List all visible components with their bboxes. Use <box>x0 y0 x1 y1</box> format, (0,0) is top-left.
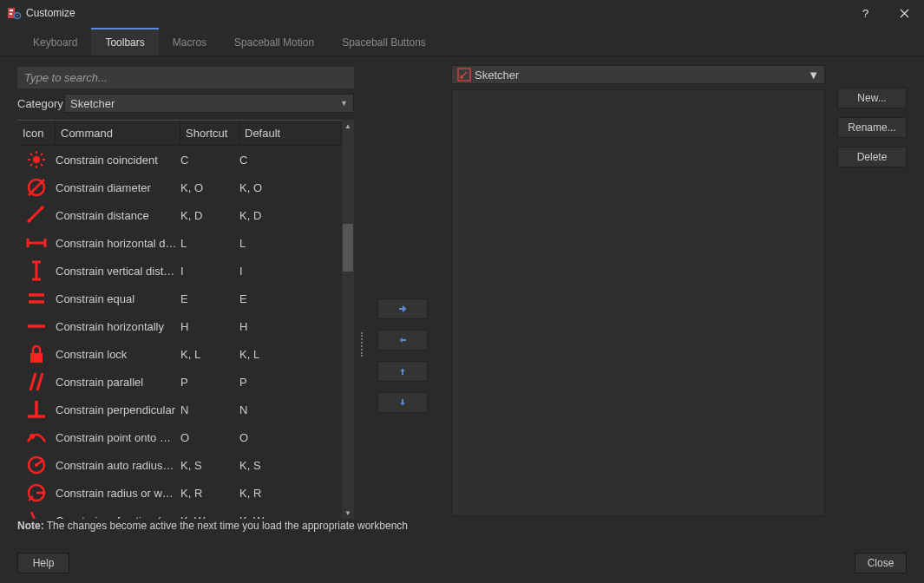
move-up-button[interactable] <box>377 361 428 382</box>
constraint-icon <box>17 454 56 476</box>
toolbar-select[interactable]: Sketcher ▼ <box>451 65 825 84</box>
command-cell: Constrain perpendicular <box>56 403 180 416</box>
shortcut-cell: L <box>180 237 239 250</box>
svg-rect-2 <box>10 13 12 15</box>
default-cell: I <box>239 265 342 278</box>
category-select[interactable]: Sketcher ▼ <box>64 94 354 113</box>
chevron-down-icon: ▼ <box>808 69 819 82</box>
default-cell: H <box>239 320 342 333</box>
table-row[interactable]: Constrain diameterK, OK, O <box>17 174 342 201</box>
scroll-up-icon[interactable]: ▲ <box>342 120 354 132</box>
constraint-icon <box>17 259 56 282</box>
help-button[interactable]: Help <box>17 553 69 573</box>
svg-point-4 <box>16 15 18 16</box>
close-button[interactable]: Close <box>855 553 907 573</box>
constraint-icon <box>17 426 56 449</box>
shortcut-cell: P <box>180 376 239 389</box>
command-cell: Constrain lock <box>56 348 180 361</box>
default-cell: K, W <box>239 514 342 520</box>
default-cell: O <box>239 431 342 444</box>
category-value: Sketcher <box>70 97 115 110</box>
command-cell: Constrain point onto ob... <box>56 431 180 444</box>
table-row[interactable]: Constrain vertical distanceII <box>17 257 342 285</box>
table-row[interactable]: Constrain horizontal dist...LL <box>17 229 342 257</box>
constraint-icon <box>17 204 56 226</box>
scroll-down-icon[interactable]: ▼ <box>342 507 354 519</box>
svg-rect-1 <box>10 10 13 11</box>
default-cell: K, O <box>239 181 342 194</box>
shortcut-cell: K, R <box>180 487 239 500</box>
shortcut-cell: I <box>180 265 239 278</box>
delete-button[interactable]: Delete <box>837 147 907 167</box>
scrollbar[interactable]: ▲ ▼ <box>342 120 354 519</box>
constraint-icon <box>17 287 56 310</box>
shortcut-cell: E <box>180 292 239 305</box>
col-command[interactable]: Command <box>56 121 180 145</box>
command-cell: Constrain distance <box>56 209 180 222</box>
constraint-icon <box>17 398 56 421</box>
command-cell: Constrain radius or weight <box>56 487 180 500</box>
command-cell: Constrain horizontal dist... <box>56 237 180 250</box>
command-cell: Constrain coincident <box>56 154 180 167</box>
shortcut-cell: K, D <box>180 209 239 222</box>
shortcut-cell: C <box>180 154 239 167</box>
table-row[interactable]: Constrain equalEE <box>17 285 342 312</box>
tab-bar: Keyboard Toolbars Macros Spaceball Motio… <box>0 26 924 56</box>
table-row[interactable]: Constrain auto radius/di...K, SK, S <box>17 451 342 479</box>
table-row[interactable]: Constrain parallelPP <box>17 368 342 396</box>
constraint-icon <box>17 148 56 171</box>
tab-spaceball-motion[interactable]: Spaceball Motion <box>220 29 328 56</box>
table-row[interactable]: Constrain distanceK, DK, D <box>17 201 342 229</box>
command-cell: Constrain auto radius/di... <box>56 459 180 472</box>
default-cell: N <box>239 403 342 416</box>
shortcut-cell: K, W <box>180 514 239 520</box>
move-left-button[interactable] <box>377 330 428 350</box>
col-shortcut[interactable]: Shortcut <box>180 121 239 145</box>
default-cell: K, R <box>239 487 342 500</box>
move-down-button[interactable] <box>377 392 428 413</box>
constraint-icon <box>17 343 56 365</box>
svg-rect-5 <box>16 12 18 14</box>
command-cell: Constrain parallel <box>56 376 180 389</box>
table-row[interactable]: Constrain horizontallyHH <box>17 312 342 340</box>
table-row[interactable]: Constrain refraction (Sn...K, WK, W <box>17 507 342 519</box>
table-row[interactable]: Constrain lockK, LK, L <box>17 340 342 368</box>
scroll-thumb[interactable] <box>343 224 353 272</box>
rename-button[interactable]: Rename... <box>837 117 907 138</box>
shortcut-cell: N <box>180 403 239 416</box>
tab-toolbars[interactable]: Toolbars <box>91 29 158 56</box>
default-cell: C <box>239 154 342 167</box>
shortcut-cell: K, O <box>180 181 239 194</box>
tab-keyboard[interactable]: Keyboard <box>19 29 91 56</box>
category-label: Category: <box>17 97 64 110</box>
constraint-icon <box>17 481 56 504</box>
constraint-icon <box>17 370 56 393</box>
table-row[interactable]: Constrain point onto ob...OO <box>17 423 342 451</box>
tab-spaceball-buttons[interactable]: Spaceball Buttons <box>328 29 440 56</box>
constraint-icon <box>17 176 56 199</box>
command-cell: Constrain equal <box>56 292 180 305</box>
command-table: Icon Command Shortcut Default Constrain … <box>17 120 342 519</box>
table-row[interactable]: Constrain coincidentCC <box>17 146 342 174</box>
toolbar-items-list[interactable] <box>451 89 825 516</box>
close-window-button[interactable] <box>885 0 924 26</box>
col-default[interactable]: Default <box>239 121 342 145</box>
help-button[interactable]: ? <box>846 0 885 26</box>
default-cell: E <box>239 292 342 305</box>
chevron-down-icon: ▼ <box>340 99 348 108</box>
constraint-icon <box>17 315 56 337</box>
command-cell: Constrain diameter <box>56 181 180 194</box>
command-cell: Constrain vertical distance <box>56 265 180 278</box>
col-icon[interactable]: Icon <box>17 121 56 145</box>
table-row[interactable]: Constrain perpendicularNN <box>17 396 342 423</box>
command-cell: Constrain horizontally <box>56 320 180 333</box>
app-icon <box>7 6 21 20</box>
table-row[interactable]: Constrain radius or weightK, RK, R <box>17 479 342 507</box>
default-cell: K, D <box>239 209 342 222</box>
constraint-icon <box>17 509 56 519</box>
search-input[interactable] <box>17 67 354 88</box>
new-button[interactable]: New... <box>837 88 907 108</box>
tab-macros[interactable]: Macros <box>159 29 220 56</box>
move-right-button[interactable] <box>377 298 428 319</box>
default-cell: K, L <box>239 348 342 361</box>
